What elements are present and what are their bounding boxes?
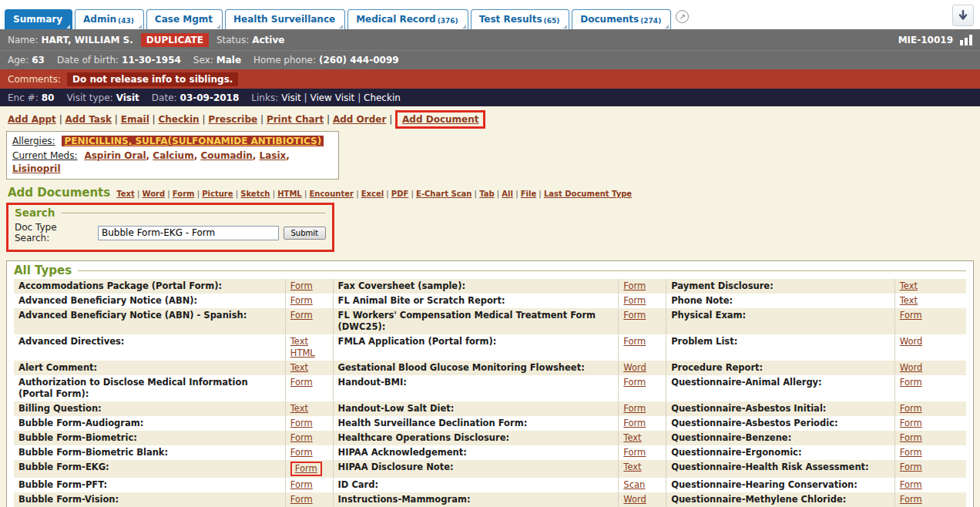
doc-format-cell: Form (894, 478, 966, 492)
tab[interactable]: Medical Record(376) (347, 9, 468, 29)
encounter-link[interactable]: View Visit (310, 92, 354, 103)
encounter-link[interactable]: Visit (281, 92, 301, 103)
doc-type-link[interactable]: HTML (277, 190, 302, 198)
doc-format-link[interactable]: Form (290, 377, 313, 388)
doc-type-link-segment: E-Chart Scan (416, 190, 479, 198)
current-med-link[interactable]: Coumadin (200, 150, 252, 161)
encounter-link[interactable]: Checkin (364, 92, 401, 103)
doc-type-label: HIPAA Acknowledgement: (333, 445, 619, 460)
action-link[interactable]: Print Chart (267, 114, 324, 125)
doc-format-link[interactable]: Form (900, 447, 922, 458)
doc-type-link[interactable]: Picture (202, 190, 233, 198)
tab[interactable]: Case Mgmt (146, 9, 223, 29)
doc-format-link[interactable]: Form (900, 377, 922, 388)
action-link-segment: Add Appt (8, 114, 65, 125)
age-label: Age: (8, 55, 29, 65)
download-button[interactable] (952, 5, 974, 26)
doc-format-link[interactable]: Text (900, 280, 918, 292)
doc-type-link[interactable]: Encounter (309, 190, 353, 198)
tab[interactable]: Documents(274) (572, 9, 671, 29)
doc-format-link[interactable]: Form (900, 462, 922, 473)
doc-type-label: Bubble Form-PFT: (14, 478, 285, 492)
duplicate-badge[interactable]: DUPLICATE (141, 33, 209, 47)
doc-format-link[interactable]: Text (290, 403, 308, 415)
popout-icon[interactable]: ↗ (676, 10, 689, 23)
current-med-link[interactable]: Lasix (260, 150, 287, 161)
chart-metrics-icon[interactable] (960, 35, 972, 45)
doc-type-label: Procedure Report: (666, 361, 895, 375)
doc-format-link[interactable]: Form (290, 462, 322, 476)
doc-format-link[interactable]: Form (290, 280, 313, 292)
doc-format-link[interactable]: Word (623, 494, 646, 505)
doc-format-link[interactable]: Text (623, 432, 641, 444)
current-med-link[interactable]: Aspirin Oral (84, 150, 146, 161)
doc-type-link[interactable]: Tab (479, 190, 494, 198)
doc-type-link[interactable]: Form (173, 190, 195, 198)
submit-button[interactable]: Submit (284, 227, 326, 240)
doc-format-link[interactable]: Form (900, 479, 922, 491)
doc-format-link[interactable]: Form (623, 295, 646, 307)
tab[interactable]: Summary (5, 9, 72, 29)
action-link[interactable]: Add Task (65, 114, 112, 125)
current-med-link[interactable]: Calcium (153, 150, 193, 161)
doc-format-link[interactable]: Scan (623, 479, 645, 491)
allergy-value[interactable]: PENICILLINS, SULFA(SULFONAMIDE ANTIBIOTI… (62, 136, 324, 146)
doc-format-cell: Form (285, 478, 333, 492)
doc-format-link[interactable]: Word (900, 336, 923, 348)
doc-format-cell: Form (619, 279, 666, 294)
doc-format-link[interactable]: Word (623, 362, 646, 374)
doc-format-link[interactable]: Form (623, 310, 646, 321)
doc-type-link[interactable]: PDF (391, 190, 408, 198)
doc-format-link[interactable]: Form (290, 479, 313, 491)
doc-format-link[interactable]: Form (623, 403, 646, 415)
doc-format-link[interactable]: Form (623, 377, 646, 388)
doc-format-link[interactable]: Form (290, 432, 313, 444)
doc-format-link[interactable]: Text (623, 462, 641, 473)
doc-format-link[interactable]: Form (290, 295, 313, 307)
doc-format-link[interactable]: Form (290, 310, 313, 321)
doc-format-link[interactable]: Form (900, 418, 922, 429)
encounter-link-segment: View Visit (310, 92, 364, 103)
doc-format-link[interactable]: Form (290, 447, 313, 458)
doc-format-link[interactable]: Word (900, 362, 923, 374)
doc-format-cell: Word (619, 361, 666, 375)
allergies-link[interactable]: Allergies: (12, 136, 55, 146)
doc-format-link[interactable]: Form (623, 336, 646, 348)
action-link[interactable]: Add Appt (8, 114, 56, 125)
search-row: Doc Type Search: Submit (15, 222, 326, 243)
doc-type-search-input[interactable] (98, 226, 278, 240)
doc-format-link[interactable]: Form (623, 280, 646, 292)
current-meds-link[interactable]: Current Meds: (12, 150, 78, 161)
doc-type-link[interactable]: File (521, 190, 536, 198)
tab[interactable]: Test Results(65) (471, 9, 570, 29)
action-link[interactable]: Add Order (333, 114, 386, 125)
tab[interactable]: Health Surveillance (225, 9, 345, 29)
doc-format-link[interactable]: Form (900, 403, 922, 415)
doc-format-link[interactable]: Form (623, 418, 646, 429)
doc-format-link[interactable]: Form (900, 432, 922, 444)
doc-format-link[interactable]: Text (900, 295, 918, 307)
doc-format-link[interactable]: Text (290, 336, 308, 348)
doc-format-link[interactable]: Form (623, 447, 646, 458)
doc-format-cell: Form (619, 445, 666, 460)
action-link[interactable]: Add Document (395, 110, 485, 129)
doc-type-link[interactable]: Text (116, 190, 135, 198)
doc-type-link[interactable]: Sketch (240, 190, 270, 198)
current-med-link[interactable]: Lisinopril (12, 163, 61, 174)
doc-type-link[interactable]: E-Chart Scan (416, 190, 472, 198)
doc-type-link[interactable]: All (502, 190, 513, 198)
action-link[interactable]: Checkin (158, 114, 199, 125)
doc-format-link[interactable]: Form (290, 418, 313, 429)
tab[interactable]: Admin(43) (75, 9, 144, 29)
doc-format-link[interactable]: Form (900, 310, 922, 321)
doc-format-link[interactable]: Text (290, 362, 308, 374)
doc-type-label: Bubble Form-Biometric Blank: (14, 445, 285, 460)
doc-type-link[interactable]: Excel (361, 190, 384, 198)
doc-format-link[interactable]: Form (290, 494, 313, 505)
action-link[interactable]: Prescribe (208, 114, 257, 125)
doc-format-link[interactable]: Form (900, 494, 922, 505)
action-link[interactable]: Email (121, 114, 149, 125)
doc-type-link[interactable]: Word (142, 190, 165, 198)
doc-format-link[interactable]: HTML (290, 348, 315, 359)
doc-type-link[interactable]: Last Document Type (544, 190, 632, 198)
